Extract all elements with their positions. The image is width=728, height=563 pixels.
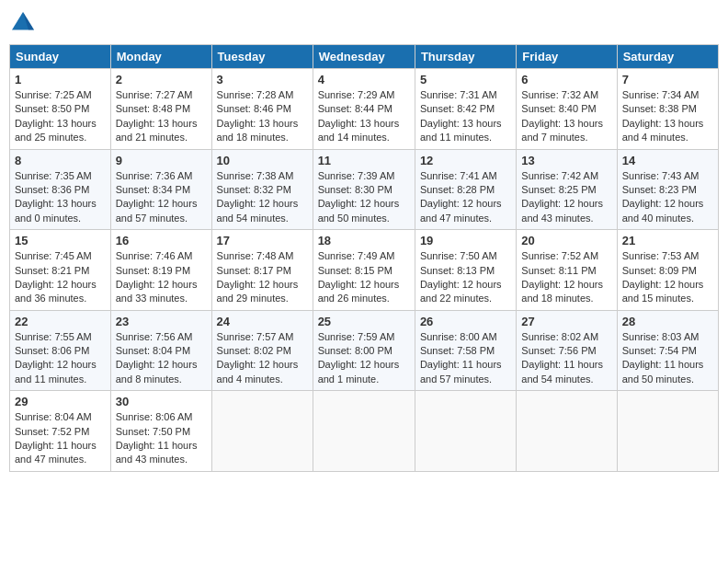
day-info: Sunrise: 7:57 AMSunset: 8:02 PMDaylight:… (217, 330, 308, 387)
calendar-week-row: 1Sunrise: 7:25 AMSunset: 8:50 PMDaylight… (10, 69, 719, 150)
day-info: Sunrise: 7:32 AMSunset: 8:40 PMDaylight:… (521, 88, 611, 145)
calendar-week-row: 8Sunrise: 7:35 AMSunset: 8:36 PMDaylight… (10, 149, 719, 230)
day-number: 30 (116, 395, 207, 408)
day-number: 25 (318, 315, 410, 328)
weekday-header: Wednesday (313, 45, 415, 69)
calendar-cell: 26Sunrise: 8:00 AMSunset: 7:58 PMDayligh… (415, 310, 516, 391)
day-info: Sunrise: 7:41 AMSunset: 8:28 PMDaylight:… (420, 169, 511, 226)
day-number: 11 (318, 154, 410, 167)
calendar-cell: 16Sunrise: 7:46 AMSunset: 8:19 PMDayligh… (110, 230, 211, 311)
calendar-cell: 21Sunrise: 7:53 AMSunset: 8:09 PMDayligh… (617, 230, 718, 311)
calendar-cell: 29Sunrise: 8:04 AMSunset: 7:52 PMDayligh… (10, 391, 111, 472)
day-info: Sunrise: 7:49 AMSunset: 8:15 PMDaylight:… (318, 249, 410, 306)
day-info: Sunrise: 7:45 AMSunset: 8:21 PMDaylight:… (15, 249, 106, 306)
calendar-week-row: 15Sunrise: 7:45 AMSunset: 8:21 PMDayligh… (10, 230, 719, 311)
day-number: 26 (420, 315, 511, 328)
day-info: Sunrise: 7:42 AMSunset: 8:25 PMDaylight:… (521, 169, 611, 226)
calendar-cell (313, 391, 415, 472)
calendar-cell: 6Sunrise: 7:32 AMSunset: 8:40 PMDaylight… (517, 69, 617, 150)
weekday-header: Saturday (617, 45, 718, 69)
calendar-cell (517, 391, 617, 472)
calendar-cell: 7Sunrise: 7:34 AMSunset: 8:38 PMDaylight… (617, 69, 718, 150)
calendar-cell: 22Sunrise: 7:55 AMSunset: 8:06 PMDayligh… (10, 310, 111, 391)
day-info: Sunrise: 7:43 AMSunset: 8:23 PMDaylight:… (622, 169, 713, 226)
day-info: Sunrise: 7:50 AMSunset: 8:13 PMDaylight:… (420, 249, 511, 306)
day-number: 6 (521, 73, 611, 86)
day-number: 15 (15, 234, 106, 247)
calendar-cell (617, 391, 718, 472)
calendar-cell: 28Sunrise: 8:03 AMSunset: 7:54 PMDayligh… (617, 310, 718, 391)
calendar-cell: 12Sunrise: 7:41 AMSunset: 8:28 PMDayligh… (415, 149, 516, 230)
calendar-cell: 13Sunrise: 7:42 AMSunset: 8:25 PMDayligh… (517, 149, 617, 230)
day-number: 21 (622, 234, 713, 247)
day-number: 10 (217, 154, 308, 167)
day-info: Sunrise: 8:02 AMSunset: 7:56 PMDaylight:… (521, 330, 611, 387)
calendar-cell: 5Sunrise: 7:31 AMSunset: 8:42 PMDaylight… (415, 69, 516, 150)
calendar-cell: 15Sunrise: 7:45 AMSunset: 8:21 PMDayligh… (10, 230, 111, 311)
day-number: 7 (622, 73, 713, 86)
day-number: 29 (15, 395, 106, 408)
day-number: 2 (116, 73, 207, 86)
calendar-week-row: 29Sunrise: 8:04 AMSunset: 7:52 PMDayligh… (10, 391, 719, 472)
day-number: 16 (116, 234, 207, 247)
logo-icon (9, 9, 37, 37)
day-info: Sunrise: 7:48 AMSunset: 8:17 PMDaylight:… (217, 249, 308, 306)
calendar-cell (211, 391, 313, 472)
calendar-cell: 25Sunrise: 7:59 AMSunset: 8:00 PMDayligh… (313, 310, 415, 391)
calendar-cell: 14Sunrise: 7:43 AMSunset: 8:23 PMDayligh… (617, 149, 718, 230)
calendar-cell: 8Sunrise: 7:35 AMSunset: 8:36 PMDaylight… (10, 149, 111, 230)
day-number: 14 (622, 154, 713, 167)
day-number: 28 (622, 315, 713, 328)
calendar-cell: 23Sunrise: 7:56 AMSunset: 8:04 PMDayligh… (110, 310, 211, 391)
calendar-cell: 9Sunrise: 7:36 AMSunset: 8:34 PMDaylight… (110, 149, 211, 230)
day-number: 13 (521, 154, 611, 167)
calendar-cell: 3Sunrise: 7:28 AMSunset: 8:46 PMDaylight… (211, 69, 313, 150)
weekday-header: Thursday (415, 45, 516, 69)
day-info: Sunrise: 8:06 AMSunset: 7:50 PMDaylight:… (116, 410, 207, 467)
day-info: Sunrise: 7:59 AMSunset: 8:00 PMDaylight:… (318, 330, 410, 387)
day-info: Sunrise: 7:56 AMSunset: 8:04 PMDaylight:… (116, 330, 207, 387)
calendar-cell: 1Sunrise: 7:25 AMSunset: 8:50 PMDaylight… (10, 69, 111, 150)
calendar-cell: 2Sunrise: 7:27 AMSunset: 8:48 PMDaylight… (110, 69, 211, 150)
day-info: Sunrise: 7:36 AMSunset: 8:34 PMDaylight:… (116, 169, 207, 226)
day-info: Sunrise: 7:27 AMSunset: 8:48 PMDaylight:… (116, 88, 207, 145)
weekday-header: Tuesday (211, 45, 313, 69)
day-info: Sunrise: 7:53 AMSunset: 8:09 PMDaylight:… (622, 249, 713, 306)
calendar-cell: 10Sunrise: 7:38 AMSunset: 8:32 PMDayligh… (211, 149, 313, 230)
calendar-week-row: 22Sunrise: 7:55 AMSunset: 8:06 PMDayligh… (10, 310, 719, 391)
day-info: Sunrise: 7:55 AMSunset: 8:06 PMDaylight:… (15, 330, 106, 387)
day-info: Sunrise: 7:38 AMSunset: 8:32 PMDaylight:… (217, 169, 308, 226)
calendar-cell (415, 391, 516, 472)
calendar-cell: 27Sunrise: 8:02 AMSunset: 7:56 PMDayligh… (517, 310, 617, 391)
day-info: Sunrise: 7:29 AMSunset: 8:44 PMDaylight:… (318, 88, 410, 145)
calendar-cell: 20Sunrise: 7:52 AMSunset: 8:11 PMDayligh… (517, 230, 617, 311)
day-number: 17 (217, 234, 308, 247)
day-number: 12 (420, 154, 511, 167)
day-info: Sunrise: 7:25 AMSunset: 8:50 PMDaylight:… (15, 88, 106, 145)
day-info: Sunrise: 7:35 AMSunset: 8:36 PMDaylight:… (15, 169, 106, 226)
weekday-header: Friday (517, 45, 617, 69)
day-number: 1 (15, 73, 106, 86)
day-number: 9 (116, 154, 207, 167)
calendar: SundayMondayTuesdayWednesdayThursdayFrid… (9, 44, 719, 472)
day-number: 22 (15, 315, 106, 328)
day-number: 8 (15, 154, 106, 167)
logo (9, 9, 40, 37)
day-number: 18 (318, 234, 410, 247)
calendar-cell: 11Sunrise: 7:39 AMSunset: 8:30 PMDayligh… (313, 149, 415, 230)
weekday-header: Monday (110, 45, 211, 69)
day-number: 23 (116, 315, 207, 328)
calendar-cell: 4Sunrise: 7:29 AMSunset: 8:44 PMDaylight… (313, 69, 415, 150)
calendar-cell: 18Sunrise: 7:49 AMSunset: 8:15 PMDayligh… (313, 230, 415, 311)
day-info: Sunrise: 7:28 AMSunset: 8:46 PMDaylight:… (217, 88, 308, 145)
day-number: 3 (217, 73, 308, 86)
day-info: Sunrise: 7:34 AMSunset: 8:38 PMDaylight:… (622, 88, 713, 145)
weekday-header-row: SundayMondayTuesdayWednesdayThursdayFrid… (10, 45, 719, 69)
day-info: Sunrise: 7:31 AMSunset: 8:42 PMDaylight:… (420, 88, 511, 145)
day-info: Sunrise: 7:46 AMSunset: 8:19 PMDaylight:… (116, 249, 207, 306)
day-info: Sunrise: 8:00 AMSunset: 7:58 PMDaylight:… (420, 330, 511, 387)
weekday-header: Sunday (10, 45, 111, 69)
calendar-cell: 19Sunrise: 7:50 AMSunset: 8:13 PMDayligh… (415, 230, 516, 311)
day-number: 24 (217, 315, 308, 328)
day-info: Sunrise: 8:03 AMSunset: 7:54 PMDaylight:… (622, 330, 713, 387)
